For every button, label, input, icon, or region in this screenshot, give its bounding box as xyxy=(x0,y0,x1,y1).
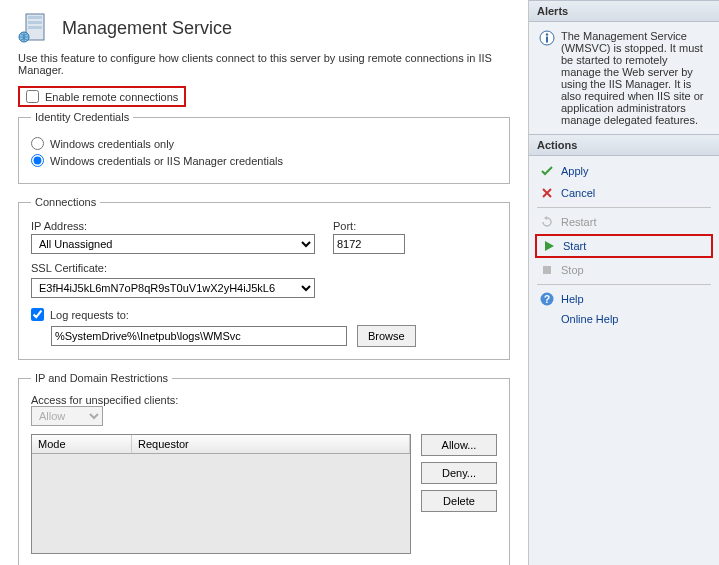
ip-address-select[interactable]: All Unassigned xyxy=(31,234,315,254)
browse-button[interactable]: Browse xyxy=(357,325,416,347)
main-panel: Management Service Use this feature to c… xyxy=(0,0,528,565)
deny-button[interactable]: Deny... xyxy=(421,462,497,484)
stop-action: Stop xyxy=(529,259,719,281)
apply-label: Apply xyxy=(561,165,589,177)
svg-point-6 xyxy=(546,33,548,35)
help-icon: ? xyxy=(539,291,555,307)
windows-only-radio[interactable] xyxy=(31,137,44,150)
identity-fieldset: Identity Credentials Windows credentials… xyxy=(18,111,510,184)
restart-label: Restart xyxy=(561,216,596,228)
access-label: Access for unspecified clients: xyxy=(31,394,178,406)
svg-rect-2 xyxy=(28,21,42,24)
allow-button[interactable]: Allow... xyxy=(421,434,497,456)
start-label: Start xyxy=(563,240,586,252)
connections-legend: Connections xyxy=(31,196,100,208)
online-help-action[interactable]: Online Help xyxy=(529,310,719,328)
server-icon xyxy=(18,10,52,46)
enable-remote-highlight: Enable remote connections xyxy=(18,86,186,107)
cancel-label: Cancel xyxy=(561,187,595,199)
svg-rect-1 xyxy=(28,16,42,19)
log-requests-checkbox[interactable] xyxy=(31,308,44,321)
stop-icon xyxy=(539,262,555,278)
alerts-header: Alerts xyxy=(529,0,719,22)
help-action[interactable]: ? Help xyxy=(529,288,719,310)
restrictions-legend: IP and Domain Restrictions xyxy=(31,372,172,384)
start-action[interactable]: Start xyxy=(539,237,709,255)
ssl-certificate-select[interactable]: E3fH4iJ5kL6mN7oP8qR9sT0uV1wX2yH4iJ5kL6 xyxy=(31,278,315,298)
restrictions-table[interactable]: Mode Requestor xyxy=(31,434,411,554)
restrictions-fieldset: IP and Domain Restrictions Access for un… xyxy=(18,372,510,565)
restart-action: Restart xyxy=(529,211,719,233)
online-help-link[interactable]: Online Help xyxy=(561,313,618,325)
apply-action[interactable]: Apply xyxy=(529,160,719,182)
ssl-label: SSL Certificate: xyxy=(31,262,497,274)
windows-only-label: Windows credentials only xyxy=(50,138,174,150)
windows-or-iis-radio[interactable] xyxy=(31,154,44,167)
enable-remote-checkbox[interactable] xyxy=(26,90,39,103)
col-requestor[interactable]: Requestor xyxy=(132,435,410,453)
help-label: Help xyxy=(561,293,584,305)
restart-icon xyxy=(539,214,555,230)
svg-text:?: ? xyxy=(544,294,550,305)
alert-text: The Management Service (WMSVC) is stoppe… xyxy=(561,30,709,126)
svg-rect-8 xyxy=(543,266,551,274)
start-highlight: Start xyxy=(535,234,713,258)
svg-rect-3 xyxy=(28,26,42,29)
apply-icon xyxy=(539,163,555,179)
page-description: Use this feature to configure how client… xyxy=(18,52,510,76)
log-requests-label: Log requests to: xyxy=(50,309,129,321)
identity-legend: Identity Credentials xyxy=(31,111,133,123)
log-path-input[interactable] xyxy=(51,326,347,346)
port-input[interactable] xyxy=(333,234,405,254)
enable-remote-label: Enable remote connections xyxy=(45,91,178,103)
access-select: Allow xyxy=(31,406,103,426)
connections-fieldset: Connections IP Address: All Unassigned P… xyxy=(18,196,510,360)
right-panel: Alerts The Management Service (WMSVC) is… xyxy=(528,0,719,565)
windows-or-iis-label: Windows credentials or IIS Manager crede… xyxy=(50,155,283,167)
cancel-icon xyxy=(539,185,555,201)
cancel-action[interactable]: Cancel xyxy=(529,182,719,204)
svg-rect-7 xyxy=(546,37,548,43)
col-mode[interactable]: Mode xyxy=(32,435,132,453)
alert-body: The Management Service (WMSVC) is stoppe… xyxy=(529,22,719,134)
page-title: Management Service xyxy=(62,18,232,39)
actions-header: Actions xyxy=(529,134,719,156)
port-label: Port: xyxy=(333,220,405,232)
start-icon xyxy=(541,238,557,254)
stop-label: Stop xyxy=(561,264,584,276)
ip-label: IP Address: xyxy=(31,220,315,232)
info-icon xyxy=(539,30,555,46)
delete-button[interactable]: Delete xyxy=(421,490,497,512)
